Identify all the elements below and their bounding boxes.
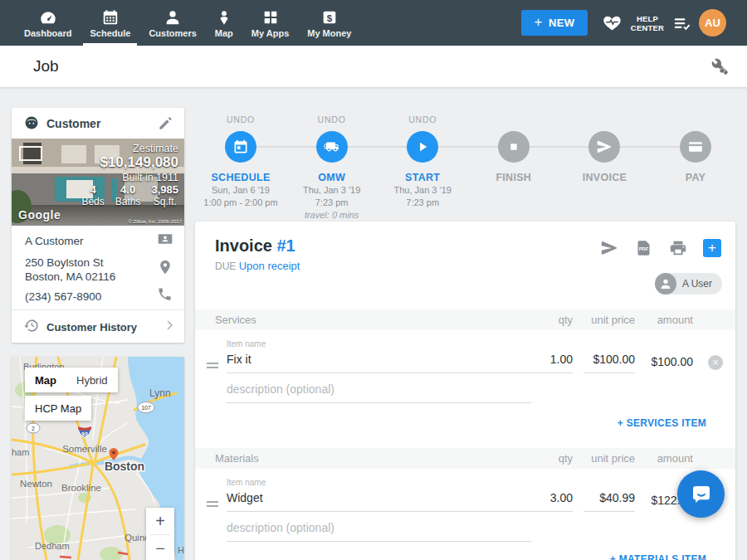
materials-section-header: Materials qty unit price amount [195,448,735,469]
item-name-field-wrap [227,351,531,373]
undo-link[interactable]: UNDO [227,114,255,124]
due-terms-link[interactable]: Upon receipt [239,260,300,272]
undo-link[interactable]: UNDO [318,114,346,124]
nav-item-my-money[interactable]: $ My Money [298,0,360,46]
step-time: 1:00 pm - 2:00 pm [203,197,277,208]
customer-history-link[interactable]: Customer History [46,321,137,334]
timeline-step-pay: PAY [642,108,747,183]
built-year: Built in 1911 [122,172,178,183]
map-type-map-button[interactable]: Map [25,368,66,392]
baths-value: 4.0 [115,184,141,196]
nav-item-customers[interactable]: Customers [139,0,205,46]
divider [12,309,184,310]
chevron-right-icon[interactable] [161,317,178,334]
new-button[interactable]: + NEW [521,10,588,36]
avatar[interactable]: AU [699,9,726,37]
history-icon [23,318,39,334]
nav-item-dashboard[interactable]: Dashboard [15,0,81,46]
pdf-icon[interactable]: PDF [635,239,653,257]
add-invoice-button[interactable]: + [703,239,721,257]
app-window: Dashboard Schedule Customers Map [0,0,747,560]
qty-column-header: qty [523,452,573,465]
job-settings-icon[interactable] [710,57,729,75]
step-date: Thu, Jan 3 '19 [303,185,360,196]
unit-price-column-header: unit price [569,314,635,326]
step-date: Sun, Jan 6 '19 [212,185,270,196]
drag-handle-icon[interactable] [207,363,218,368]
qty-column-header: qty [523,314,573,326]
map-label-lynn: Lynn [149,387,171,399]
svg-text:107: 107 [141,405,151,411]
map-label-dedham: Dedham [35,541,70,551]
step-travel: travel: 0 mins [305,210,359,221]
send-invoice-icon[interactable] [600,239,618,257]
contact-card-icon[interactable] [157,231,173,247]
add-materials-item-link[interactable]: + MATERIALS ITEM [527,553,706,560]
beds-label: Beds [81,196,104,207]
nav-items: Dashboard Schedule Customers Map [15,0,360,46]
assignee-badge[interactable]: A User [655,273,722,295]
assignee-name: A User [682,278,712,290]
due-label: DUE [215,261,236,272]
add-services-item-link[interactable]: + SERVICES ITEM [527,417,706,429]
map-label-waltham: ham [12,447,29,457]
play-step-icon[interactable] [407,131,438,163]
street-view-icon[interactable] [19,146,42,161]
nav-item-label: My Money [307,28,351,38]
credit-card-step-icon[interactable] [680,131,711,163]
print-icon[interactable] [669,239,687,257]
description-input[interactable] [227,381,533,401]
step-label[interactable]: OMW [318,172,345,183]
step-label[interactable]: START [405,172,440,183]
invoice-number[interactable]: #1 [276,236,295,255]
edit-pencil-icon[interactable] [158,115,173,131]
step-label: PAY [686,172,706,183]
dollar-icon: $ [320,8,339,27]
schedule-step-icon[interactable] [225,131,256,163]
chat-widget-button[interactable] [677,470,725,518]
map-label-hingham: Hi [178,545,184,555]
help-center-button[interactable]: HELP CENTER [628,14,666,32]
invoice-title: Invoice #1 [215,236,295,256]
nav-item-map[interactable]: Map [206,0,242,46]
zestimate-label: Zestimate [133,143,178,154]
nav-item-label: Dashboard [24,28,71,38]
phone-icon[interactable] [157,286,173,303]
undo-link[interactable]: UNDO [408,114,437,124]
nav-item-my-apps[interactable]: My Apps [242,0,298,46]
step-label[interactable]: SCHEDULE [211,172,270,183]
qty-input[interactable] [521,489,574,509]
task-list-icon[interactable] [672,14,691,33]
map-type-hybrid-button[interactable]: Hybrid [66,368,118,392]
materials-header-label: Materials [215,452,259,465]
property-photo[interactable]: Zestimate $10,149,080 Built in 1911 4Bed… [12,139,184,226]
nav-item-schedule[interactable]: Schedule [81,0,139,46]
new-button-label: NEW [549,17,575,29]
nav-item-label: Customers [149,28,196,38]
location-pin-icon[interactable] [157,259,173,275]
remove-item-icon[interactable]: × [708,355,723,370]
nav-item-label: My Apps [251,28,289,38]
hcp-map-button[interactable]: HCP Map [25,396,91,421]
qty-input[interactable] [521,351,574,371]
customer-address: 250 Boylston St Boston, MA 02116 [25,256,115,284]
drag-handle-icon[interactable] [207,501,218,507]
zoom-out-button[interactable]: − [146,535,174,560]
stop-step-icon[interactable] [498,131,530,163]
item-name-input[interactable] [227,489,533,509]
zoom-in-button[interactable]: + [146,508,174,534]
heart-pulse-icon[interactable] [603,13,622,32]
send-step-icon[interactable] [588,131,620,163]
nav-item-label: Map [215,28,233,38]
truck-step-icon[interactable] [316,131,348,163]
description-input[interactable] [227,519,533,539]
page-header: Job [0,46,747,87]
svg-text:2: 2 [32,426,35,431]
item-name-label: Item name [227,478,266,487]
map-zoom-control: + − [146,508,174,560]
page-title: Job [33,57,59,75]
nav-item-label: Schedule [90,28,130,38]
item-name-input[interactable] [227,351,533,371]
customer-phone: (234) 567-8900 [25,290,101,304]
item-name-label: Item name [227,339,266,348]
